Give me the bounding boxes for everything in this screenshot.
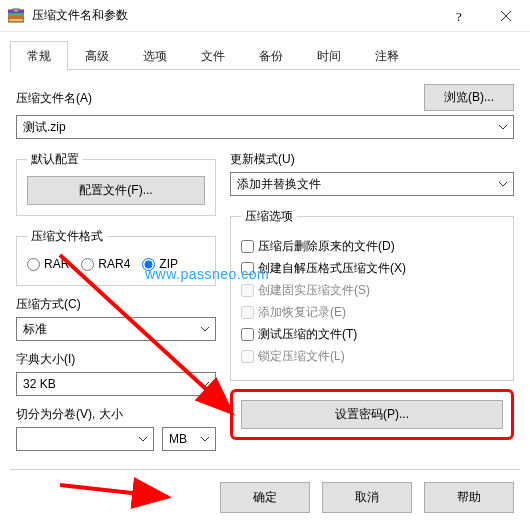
tab-comment[interactable]: 注释 <box>358 41 416 71</box>
option-lock: 锁定压缩文件(L) <box>241 348 503 365</box>
password-highlight-box: 设置密码(P)... <box>230 389 514 440</box>
chevron-down-icon[interactable] <box>494 174 512 194</box>
split-size-input[interactable] <box>16 427 154 451</box>
tab-options[interactable]: 选项 <box>126 41 184 71</box>
browse-button[interactable]: 浏览(B)... <box>424 84 514 111</box>
archive-name-value: 测试.zip <box>23 119 66 136</box>
method-dropdown[interactable]: 标准 <box>16 317 216 341</box>
format-fieldset: 压缩文件格式 RAR RAR4 ZIP <box>16 228 216 286</box>
dialog-buttons: 确定 取消 帮助 <box>10 469 520 521</box>
option-sfx[interactable]: 创建自解压格式压缩文件(X) <box>241 260 503 277</box>
format-radio-zip[interactable]: ZIP <box>142 257 178 271</box>
archive-name-label: 压缩文件名(A) <box>16 90 412 107</box>
dict-dropdown[interactable]: 32 KB <box>16 372 216 396</box>
chevron-down-icon[interactable] <box>494 117 512 137</box>
update-dropdown[interactable]: 添加并替换文件 <box>230 172 514 196</box>
set-password-button[interactable]: 设置密码(P)... <box>241 400 503 429</box>
tab-general[interactable]: 常规 <box>10 41 68 71</box>
svg-rect-4 <box>13 9 19 12</box>
chevron-down-icon[interactable] <box>134 429 152 449</box>
profile-fieldset: 默认配置 配置文件(F)... <box>16 151 216 216</box>
method-value: 标准 <box>23 321 47 338</box>
svg-text:?: ? <box>456 9 462 23</box>
archive-name-input[interactable]: 测试.zip <box>16 115 514 139</box>
dict-value: 32 KB <box>23 377 56 391</box>
option-solid: 创建固实压缩文件(S) <box>241 282 503 299</box>
options-legend: 压缩选项 <box>241 208 297 225</box>
ok-button[interactable]: 确定 <box>220 482 310 513</box>
tab-advanced[interactable]: 高级 <box>68 41 126 71</box>
help-button[interactable]: ? <box>438 1 483 31</box>
window-title: 压缩文件名和参数 <box>32 7 438 24</box>
option-recovery: 添加恢复记录(E) <box>241 304 503 321</box>
help-button-bottom[interactable]: 帮助 <box>424 482 514 513</box>
tab-backup[interactable]: 备份 <box>242 41 300 71</box>
format-radio-rar[interactable]: RAR <box>27 257 69 271</box>
app-icon <box>8 8 24 24</box>
split-label: 切分为分卷(V), 大小 <box>16 406 216 423</box>
tab-time[interactable]: 时间 <box>300 41 358 71</box>
update-value: 添加并替换文件 <box>237 176 321 193</box>
split-unit-dropdown[interactable]: MB <box>162 427 216 451</box>
titlebar: 压缩文件名和参数 ? <box>0 0 530 32</box>
format-radio-rar4[interactable]: RAR4 <box>81 257 130 271</box>
chevron-down-icon[interactable] <box>196 319 214 339</box>
cancel-button[interactable]: 取消 <box>322 482 412 513</box>
tab-files[interactable]: 文件 <box>184 41 242 71</box>
split-unit-value: MB <box>169 432 187 446</box>
method-label: 压缩方式(C) <box>16 296 216 313</box>
chevron-down-icon[interactable] <box>196 429 214 449</box>
option-test[interactable]: 测试压缩的文件(T) <box>241 326 503 343</box>
profile-legend: 默认配置 <box>27 151 83 168</box>
dict-label: 字典大小(I) <box>16 351 216 368</box>
svg-rect-3 <box>8 16 24 19</box>
svg-rect-2 <box>8 13 24 16</box>
chevron-down-icon[interactable] <box>196 374 214 394</box>
options-fieldset: 压缩选项 压缩后删除原来的文件(D) 创建自解压格式压缩文件(X) 创建固实压缩… <box>230 208 514 381</box>
tab-strip: 常规 高级 选项 文件 备份 时间 注释 <box>0 32 530 70</box>
tab-panel-general: 压缩文件名(A) 浏览(B)... 测试.zip 默认配置 配置文件(F)...… <box>0 70 530 459</box>
option-delete-after[interactable]: 压缩后删除原来的文件(D) <box>241 238 503 255</box>
close-button[interactable] <box>483 1 528 31</box>
format-legend: 压缩文件格式 <box>27 228 107 245</box>
profiles-button[interactable]: 配置文件(F)... <box>27 176 205 205</box>
update-label: 更新模式(U) <box>230 151 514 168</box>
